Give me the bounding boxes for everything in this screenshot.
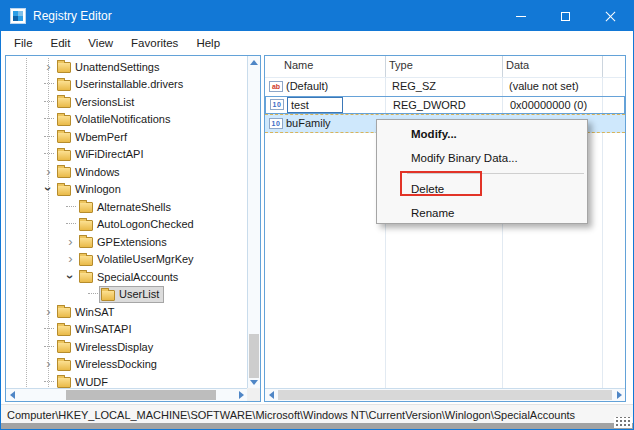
tree-item-winsatapi[interactable]: WinSATAPI <box>6 321 247 339</box>
tree-item-alternateshells[interactable]: AlternateShells <box>6 198 247 216</box>
tree-item-wirelessdocking[interactable]: ›WirelessDocking <box>6 356 247 374</box>
menubar-item-view[interactable]: View <box>79 34 122 52</box>
tree-item-wudf[interactable]: WUDF <box>6 373 247 388</box>
tree-node[interactable]: Userinstallable.drivers <box>55 76 188 93</box>
tree-node[interactable]: SpecialAccounts <box>77 268 183 285</box>
expand-chevron-icon[interactable]: › <box>42 167 55 177</box>
tree-connector-line <box>44 83 54 85</box>
menubar-item-help[interactable]: Help <box>187 34 229 52</box>
column-header-type[interactable]: Type <box>389 59 413 71</box>
tree-item-userlist[interactable]: UserList <box>6 286 247 304</box>
scroll-up-button[interactable] <box>248 56 260 68</box>
folder-icon <box>57 342 71 353</box>
expand-chevron-icon[interactable]: › <box>64 272 77 282</box>
tree-item-wbemperf[interactable]: WbemPerf <box>6 128 247 146</box>
tree-item-specialaccounts[interactable]: ›SpecialAccounts <box>6 268 247 286</box>
tree-connector <box>42 136 55 138</box>
tree-item-volatilenotifications[interactable]: VolatileNotifications <box>6 111 247 129</box>
tree-item-autologonchecked[interactable]: AutoLogonChecked <box>6 216 247 234</box>
menubar-item-file[interactable]: File <box>5 34 42 52</box>
titlebar[interactable]: Registry Editor <box>1 1 633 31</box>
tree-connector <box>86 293 99 295</box>
chevron-expanded-icon: › <box>66 275 76 279</box>
tree-node[interactable]: UnattendSettings <box>55 58 164 75</box>
tree-connector-line <box>44 118 54 120</box>
scroll-right-button[interactable] <box>235 389 247 401</box>
tree-node[interactable]: WinSAT <box>55 303 120 320</box>
scroll-down-button[interactable] <box>248 376 260 388</box>
expand-chevron-icon[interactable]: › <box>64 237 77 247</box>
tree-item-unattendsettings[interactable]: ›UnattendSettings <box>6 58 247 76</box>
folder-icon <box>57 377 71 388</box>
tree-item-windows[interactable]: ›Windows <box>6 163 247 181</box>
tree-node[interactable]: AutoLogonChecked <box>77 216 199 233</box>
tree-item-label: WirelessDocking <box>75 358 157 370</box>
horizontal-scroll-thumb[interactable] <box>278 390 612 400</box>
tree-node[interactable]: WirelessDisplay <box>55 338 158 355</box>
tree-horizontal-scrollbar[interactable] <box>6 388 247 401</box>
value-name-label: (Default) <box>286 80 328 92</box>
scroll-left-button[interactable] <box>6 389 18 401</box>
tree-item-winsat[interactable]: ›WinSAT <box>6 303 247 321</box>
menubar-item-favorites[interactable]: Favorites <box>122 34 187 52</box>
context-menu-item-rename[interactable]: Rename <box>377 201 587 225</box>
maximize-button[interactable] <box>543 1 588 31</box>
tree-node[interactable]: AlternateShells <box>77 198 176 215</box>
rename-edit-field[interactable]: test <box>287 97 343 113</box>
tree-item-label: Winlogon <box>75 183 121 195</box>
tree-item-volatileusermgrkey[interactable]: ›VolatileUserMgrKey <box>6 251 247 269</box>
tree-item-gpextensions[interactable]: ›GPExtensions <box>6 233 247 251</box>
tree-node[interactable]: Windows <box>55 163 125 180</box>
tree-node[interactable]: VolatileUserMgrKey <box>77 251 199 268</box>
folder-icon <box>57 97 71 108</box>
tree-node[interactable]: WiFiDirectAPI <box>55 146 148 163</box>
tree-node[interactable]: UserList <box>99 286 164 303</box>
list-row[interactable]: ab(Default)REG_SZ(value not set) <box>265 77 625 96</box>
context-menu-item-modify[interactable]: Modify... <box>377 122 587 146</box>
list-row[interactable]: 10testREG_DWORD0x00000000 (0) <box>265 96 625 115</box>
tree-item-label: VersionsList <box>75 96 134 108</box>
minimize-button[interactable] <box>498 1 543 31</box>
expand-chevron-icon[interactable]: › <box>64 254 77 264</box>
expand-chevron-icon[interactable]: › <box>42 62 55 72</box>
value-data-cell: 0x00000000 (0) <box>504 99 587 111</box>
vertical-scroll-thumb[interactable] <box>249 334 259 378</box>
menubar-item-edit[interactable]: Edit <box>42 34 80 52</box>
tree-vertical-scrollbar[interactable] <box>247 56 260 388</box>
list-horizontal-scrollbar[interactable] <box>265 388 625 401</box>
tree-item-label: UserList <box>119 288 159 300</box>
folder-icon <box>57 360 71 371</box>
context-menu-item-modify-binary-data[interactable]: Modify Binary Data... <box>377 146 587 170</box>
registry-tree: ›UnattendSettingsUserinstallable.drivers… <box>6 58 247 388</box>
folder-icon <box>57 167 71 178</box>
tree-item-label: WirelessDisplay <box>75 341 153 353</box>
horizontal-scroll-thumb[interactable] <box>66 390 216 400</box>
tree-node[interactable]: WinSATAPI <box>55 321 136 338</box>
tree-item-versionslist[interactable]: VersionsList <box>6 93 247 111</box>
resize-grip[interactable] <box>614 417 632 428</box>
tree-node[interactable]: WbemPerf <box>55 128 132 145</box>
tree-item-wifidirectapi[interactable]: WiFiDirectAPI <box>6 146 247 164</box>
tree-node[interactable]: Winlogon <box>55 181 126 198</box>
tree-item-wirelessdisplay[interactable]: WirelessDisplay <box>6 338 247 356</box>
tree-node[interactable]: WirelessDocking <box>55 356 162 373</box>
scroll-left-button[interactable] <box>265 389 277 401</box>
expand-chevron-icon[interactable]: › <box>42 184 55 194</box>
scroll-right-button[interactable] <box>613 389 625 401</box>
tree-item-userinstallable.drivers[interactable]: Userinstallable.drivers <box>6 76 247 94</box>
close-button[interactable] <box>588 1 633 31</box>
tree-node[interactable]: GPExtensions <box>77 233 172 250</box>
column-header-name[interactable]: Name <box>284 59 313 71</box>
tree-node[interactable]: VersionsList <box>55 93 139 110</box>
expand-chevron-icon[interactable]: › <box>42 307 55 317</box>
tree-item-winlogon[interactable]: ›Winlogon <box>6 181 247 199</box>
value-name-cell: 10test <box>266 97 387 113</box>
value-name-cell: ab(Default) <box>265 80 386 92</box>
expand-chevron-icon[interactable]: › <box>42 359 55 369</box>
tree-node[interactable]: VolatileNotifications <box>55 111 175 128</box>
tree-node[interactable]: WUDF <box>55 373 113 388</box>
tree-connector <box>42 381 55 383</box>
delete-annotation-box <box>400 171 482 196</box>
column-header-data[interactable]: Data <box>506 59 529 71</box>
dword-value-icon: 10 <box>269 118 283 129</box>
